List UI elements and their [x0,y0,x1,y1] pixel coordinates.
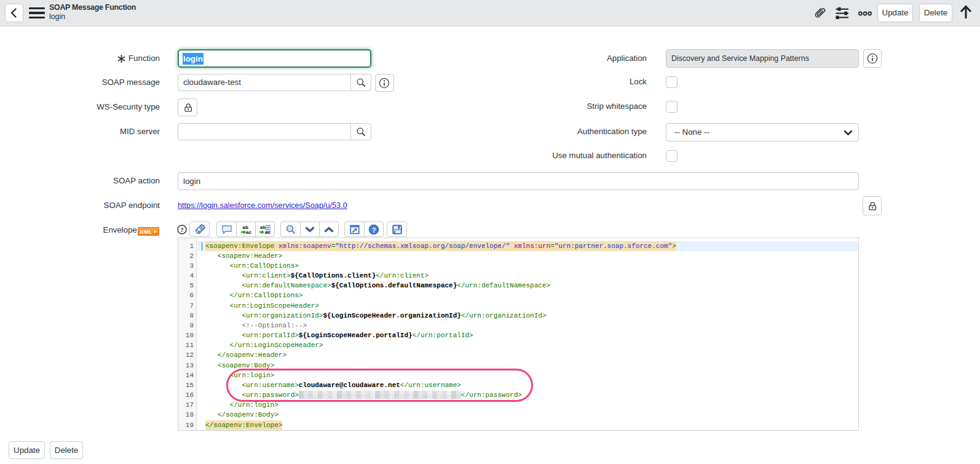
svg-text:ac: ac [265,230,271,235]
svg-text:?: ? [372,226,376,233]
svg-text:ac: ac [246,230,251,235]
svg-text:?: ? [181,226,184,233]
